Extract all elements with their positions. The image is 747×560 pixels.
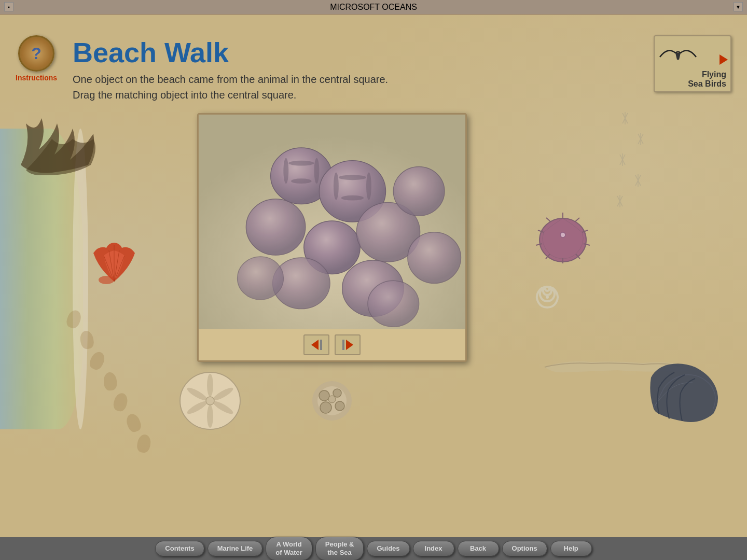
footprint	[88, 349, 107, 371]
flying-sea-birds-button[interactable]: FlyingSea Birds	[654, 35, 731, 92]
svg-point-35	[368, 281, 419, 327]
svg-point-34	[408, 232, 461, 284]
svg-point-56	[560, 232, 565, 237]
nav-contents[interactable]: Contents	[155, 541, 204, 556]
svg-point-36	[99, 276, 114, 284]
arrow-icon	[720, 54, 728, 65]
instructions-label: Instructions	[16, 74, 57, 82]
svg-point-57	[546, 296, 549, 299]
svg-point-33	[393, 167, 445, 216]
previous-button[interactable]	[303, 334, 329, 355]
nav-controls	[298, 329, 366, 360]
close-button[interactable]: ▪	[4, 2, 13, 11]
page-title: Beach Walk	[73, 36, 229, 68]
bottom-navbar: ContentsMarine LifeA Worldof WaterPeople…	[0, 537, 747, 560]
sand-dollar-draggable[interactable]	[176, 367, 244, 435]
footprint	[136, 433, 152, 454]
svg-point-27	[246, 199, 305, 255]
nav-world-of-water[interactable]: A Worldof Water	[266, 537, 312, 560]
bird-icon	[657, 41, 699, 75]
svg-point-63	[320, 402, 331, 413]
svg-point-32	[238, 257, 284, 300]
nav-options[interactable]: Options	[502, 541, 547, 556]
red-shell-object[interactable]	[88, 237, 140, 284]
central-image	[199, 115, 465, 329]
instructions-text: One object on the beach came from the an…	[73, 72, 388, 103]
footprint	[103, 372, 118, 391]
app-title: MICROSOFT OCEANS	[330, 3, 417, 12]
mussel-shell-object[interactable]	[643, 357, 726, 424]
svg-point-44	[206, 397, 214, 405]
svg-point-26	[341, 195, 364, 201]
main-content: ? Instructions Beach Walk One object on …	[0, 15, 747, 537]
central-display-frame	[197, 113, 467, 362]
nav-guides[interactable]: Guides	[367, 541, 409, 556]
footprint	[125, 412, 143, 433]
footprint	[112, 391, 129, 412]
svg-point-21	[291, 178, 311, 184]
seaweed-decoration	[10, 103, 114, 175]
svg-point-38	[207, 374, 213, 397]
svg-point-64	[328, 396, 336, 403]
svg-point-61	[333, 389, 341, 397]
svg-point-23	[334, 172, 339, 200]
svg-point-20	[314, 158, 320, 184]
svg-point-60	[319, 390, 329, 401]
sea-urchin-object[interactable]	[534, 212, 591, 263]
scroll-arrow[interactable]: ▼	[734, 2, 743, 11]
svg-point-24	[339, 175, 366, 180]
instructions-button[interactable]: ? Instructions	[16, 35, 57, 82]
nav-people-sea[interactable]: People &the Sea	[315, 537, 364, 560]
bird-tracks-decoration	[581, 108, 685, 240]
nav-marine-life[interactable]: Marine Life	[208, 541, 263, 556]
next-button[interactable]	[335, 334, 361, 355]
svg-point-18	[283, 158, 288, 184]
nav-help[interactable]: Help	[550, 541, 592, 556]
svg-point-25	[366, 172, 371, 200]
nav-back[interactable]: Back	[458, 541, 499, 556]
instructions-icon: ?	[18, 35, 54, 72]
svg-line-47	[575, 218, 579, 222]
title-bar: ▪ MICROSOFT OCEANS ▼	[0, 0, 747, 15]
svg-point-43	[207, 405, 213, 428]
barnacle-cluster-object[interactable]	[306, 377, 358, 424]
svg-point-19	[288, 161, 314, 166]
nav-index[interactable]: Index	[413, 541, 454, 556]
spiral-shell-object[interactable]	[529, 279, 565, 315]
svg-point-45	[540, 218, 586, 262]
svg-line-55	[546, 218, 551, 222]
svg-point-62	[335, 401, 344, 411]
